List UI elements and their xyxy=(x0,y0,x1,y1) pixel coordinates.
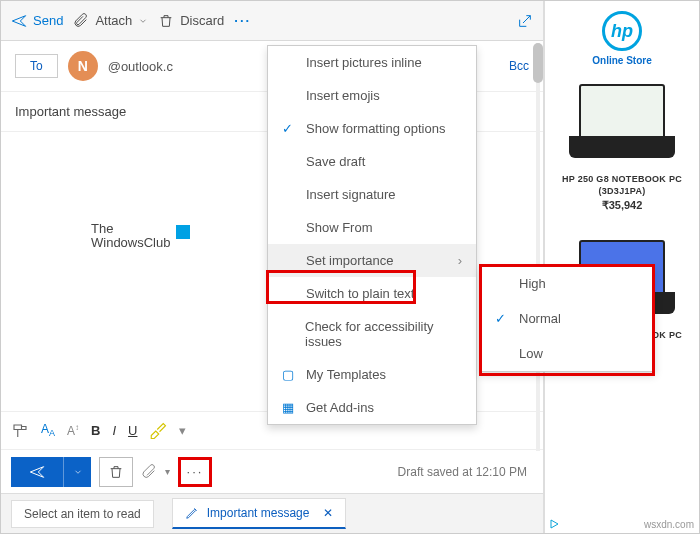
send-split-button[interactable] xyxy=(11,457,91,487)
tab-compose[interactable]: Important message ✕ xyxy=(172,498,347,529)
italic-button[interactable]: I xyxy=(112,423,116,438)
menu-show-formatting[interactable]: ✓Show formatting options xyxy=(268,112,476,145)
underline-button[interactable]: U xyxy=(128,423,137,438)
chevron-down-icon xyxy=(73,464,83,480)
logo-square-icon xyxy=(176,225,190,239)
close-tab-icon[interactable]: ✕ xyxy=(323,506,333,520)
format-painter-icon[interactable] xyxy=(11,422,29,440)
store-link[interactable]: Online Store xyxy=(592,55,651,66)
compose-toolbar: Send Attach Discard ··· xyxy=(1,1,543,41)
importance-low[interactable]: Low xyxy=(481,336,654,371)
format-more-icon[interactable]: ▾ xyxy=(179,423,186,438)
tab-reading-pane[interactable]: Select an item to read xyxy=(11,500,154,528)
attach-label: Attach xyxy=(95,13,132,28)
paperclip-icon xyxy=(73,13,89,29)
watermark: wsxdn.com xyxy=(644,519,694,530)
tab-strip: Select an item to read Important message… xyxy=(1,493,543,533)
importance-high[interactable]: High xyxy=(481,266,654,301)
trash-icon xyxy=(158,13,174,29)
attach-button[interactable]: Attach xyxy=(73,13,148,29)
recipient-email[interactable]: @outlook.c xyxy=(108,59,173,74)
menu-get-addins[interactable]: ▦Get Add-ins xyxy=(268,391,476,424)
font-color-button[interactable]: AA xyxy=(41,422,55,438)
send-icon xyxy=(11,13,27,29)
menu-my-templates[interactable]: ▢My Templates xyxy=(268,358,476,391)
menu-insert-signature[interactable]: Insert signature xyxy=(268,178,476,211)
product-name-1: HP 250 G8 NOTEBOOK PC (3D3J1PA) xyxy=(549,174,695,197)
check-icon: ✓ xyxy=(495,311,509,326)
more-actions-button[interactable]: ··· xyxy=(234,13,251,28)
highlight-icon[interactable] xyxy=(149,422,167,440)
menu-save-draft[interactable]: Save draft xyxy=(268,145,476,178)
font-size-button[interactable]: A↕ xyxy=(67,423,79,438)
chevron-right-icon: › xyxy=(458,253,462,268)
scrollbar-thumb[interactable] xyxy=(533,43,543,83)
menu-show-from[interactable]: Show From xyxy=(268,211,476,244)
context-menu: Insert pictures inline Insert emojis ✓Sh… xyxy=(267,45,477,425)
hp-logo-icon[interactable]: hp xyxy=(602,11,642,51)
to-button[interactable]: To xyxy=(15,54,58,78)
discard-label: Discard xyxy=(180,13,224,28)
pencil-icon xyxy=(185,505,199,521)
send-button[interactable]: Send xyxy=(11,13,63,29)
discard-draft-button[interactable] xyxy=(99,457,133,487)
menu-plain-text[interactable]: Switch to plain text xyxy=(268,277,476,310)
importance-submenu: High ✓Normal Low xyxy=(480,265,655,372)
templates-icon: ▢ xyxy=(282,367,296,382)
chevron-down-icon xyxy=(138,13,148,29)
scrollbar-track xyxy=(536,43,540,451)
menu-insert-pictures[interactable]: Insert pictures inline xyxy=(268,46,476,79)
discard-button[interactable]: Discard xyxy=(158,13,224,29)
check-icon: ✓ xyxy=(282,121,296,136)
paperclip-icon[interactable] xyxy=(141,464,157,480)
trash-icon xyxy=(108,464,124,480)
send-icon xyxy=(29,464,45,480)
send-label: Send xyxy=(33,13,63,28)
windowsclub-logo: The WindowsClub xyxy=(91,222,190,251)
menu-insert-emojis[interactable]: Insert emojis xyxy=(268,79,476,112)
popout-button[interactable] xyxy=(517,13,533,29)
bcc-link[interactable]: Bcc xyxy=(509,59,529,73)
send-row: ▾ ··· Draft saved at 12:10 PM xyxy=(1,449,543,493)
importance-normal[interactable]: ✓Normal xyxy=(481,301,654,336)
popout-icon xyxy=(517,13,533,29)
avatar: N xyxy=(68,51,98,81)
more-options-button[interactable]: ··· xyxy=(178,457,212,487)
addins-icon: ▦ xyxy=(282,400,296,415)
attach-dropdown[interactable]: ▾ xyxy=(165,466,170,477)
product-price-1: ₹35,942 xyxy=(602,199,643,212)
adchoices-icon[interactable] xyxy=(548,518,560,530)
menu-accessibility[interactable]: Check for accessibility issues xyxy=(268,310,476,358)
menu-set-importance[interactable]: Set importance› xyxy=(268,244,476,277)
bold-button[interactable]: B xyxy=(91,423,100,438)
product-image-1[interactable] xyxy=(567,84,677,164)
draft-status: Draft saved at 12:10 PM xyxy=(398,465,527,479)
